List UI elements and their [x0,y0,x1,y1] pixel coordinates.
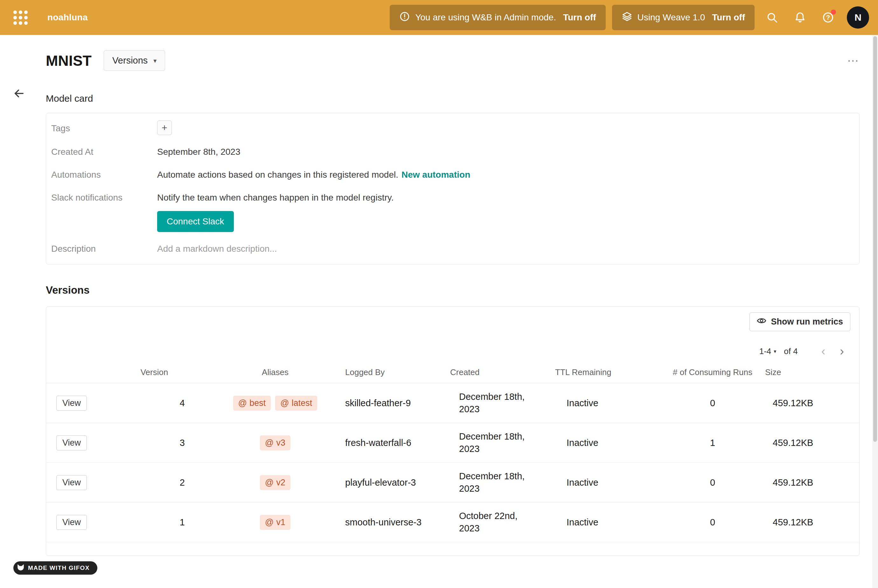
eye-icon [757,316,766,328]
created-cell: December 18th, 2023 [450,423,555,463]
versions-panel: Show run metrics 1-4 ▾ of 4 ‹ › Version … [46,306,860,556]
description-row: Description Add a markdown description..… [46,237,859,260]
more-options-icon[interactable]: ⋯ [847,54,860,68]
previous-page-icon[interactable]: ‹ [821,345,825,357]
chevron-down-icon: ▾ [774,348,776,354]
header-consuming-runs: # of Consuming Runs [660,362,765,383]
created-cell: December 18th, 2023 [450,383,555,423]
header-logged-by: Logged By [345,362,450,383]
version-cell: 1 [104,502,205,542]
header-ttl: TTL Remaining [555,362,660,383]
show-run-metrics-button[interactable]: Show run metrics [749,312,850,331]
created-at-row: Created At September 8th, 2023 [46,141,859,164]
page-range-dropdown[interactable]: 1-4 ▾ [759,346,777,356]
page-header: MNIST Versions ▾ ⋯ [46,35,860,71]
header-size: Size [765,362,859,383]
add-tag-button[interactable]: + [157,120,172,135]
view-button[interactable]: View [56,515,87,530]
created-at-label: Created At [51,146,157,158]
help-icon[interactable]: ? [818,7,839,28]
model-card-panel: Tags + Created At September 8th, 2023 Au… [46,113,860,264]
gifox-watermark: MADE WITH GIFOX [14,561,97,574]
notifications-bell-icon[interactable] [789,7,810,28]
versions-section-title: Versions [46,284,860,296]
description-placeholder[interactable]: Add a markdown description... [157,243,277,255]
ttl-cell: Inactive [555,423,660,463]
back-arrow-icon[interactable] [11,85,27,102]
logged-by-cell: skilled-feather-9 [345,383,450,423]
aliases-cell: @v3 [205,423,345,463]
fox-icon [17,563,25,573]
page-range-label: 1-4 [759,346,771,356]
chevron-down-icon: ▾ [153,57,156,64]
created-cell: December 18th, 2023 [450,463,555,502]
connect-slack-button[interactable]: Connect Slack [157,211,234,232]
alias-label: v2 [276,478,285,488]
admin-banner-text: You are using W&B in Admin mode. [415,12,556,22]
consuming-runs-cell: 0 [660,383,765,423]
view-button[interactable]: View [56,435,87,450]
search-icon[interactable] [762,7,783,28]
header-version: Version [104,362,205,383]
size-cell: 459.12KB [765,502,859,542]
automations-label: Automations [51,169,157,181]
pagination: 1-4 ▾ of 4 ‹ › [46,345,859,357]
table-row: View 2 @v2 playful-elevator-3 December 1… [46,463,859,502]
size-cell: 459.12KB [765,383,859,423]
layers-icon [622,11,632,24]
ttl-cell: Inactive [555,463,660,502]
scrollbar-track [872,35,878,588]
at-icon: @ [265,478,274,488]
admin-turn-off-button[interactable]: Turn off [563,12,596,22]
created-cell: October 22nd, 2023 [450,502,555,542]
svg-text:?: ? [826,14,830,21]
automations-row: Automations Automate actions based on ch… [46,164,859,186]
ttl-cell: Inactive [555,502,660,542]
wandb-logo[interactable] [14,10,28,25]
at-icon: @ [265,518,274,527]
table-row: View 4 @best@latest skilled-feather-9 De… [46,383,859,423]
tags-row: Tags + [46,117,859,141]
alias-label: latest [292,398,313,408]
version-cell: 3 [104,423,205,463]
versions-table: Version Aliases Logged By Created TTL Re… [46,362,859,542]
versions-dropdown-label: Versions [112,55,147,66]
view-button[interactable]: View [56,396,87,411]
weave-turn-off-button[interactable]: Turn off [712,12,745,22]
consuming-runs-cell: 0 [660,463,765,502]
notification-dot [831,9,836,15]
logged-by-cell: fresh-waterfall-6 [345,423,450,463]
alias-label: v1 [276,518,285,527]
admin-mode-banner: You are using W&B in Admin mode. Turn of… [390,5,605,30]
aliases-cell: @v2 [205,463,345,502]
slack-notifications-label: Slack notifications [51,192,157,232]
at-icon: @ [265,438,274,448]
user-avatar[interactable]: N [847,6,869,28]
alert-circle-icon [399,11,410,24]
weave-banner: Using Weave 1.0 Turn off [612,5,755,30]
consuming-runs-cell: 1 [660,423,765,463]
aliases-cell: @v1 [205,502,345,542]
gifox-label: MADE WITH GIFOX [28,564,90,572]
scrollbar-thumb[interactable] [873,36,877,442]
page-total-label: of 4 [784,346,798,356]
ttl-cell: Inactive [555,383,660,423]
username-breadcrumb[interactable]: noahluna [47,12,88,22]
aliases-cell: @best@latest [205,383,345,423]
show-run-metrics-label: Show run metrics [771,317,843,327]
alias-badge: @v3 [260,435,290,450]
alias-label: best [250,398,266,408]
main-content: MNIST Versions ▾ ⋯ Model card Tags + Cre… [0,35,878,556]
version-cell: 2 [104,463,205,502]
new-automation-link[interactable]: New automation [401,170,470,180]
view-button[interactable]: View [56,475,87,490]
slack-notifications-text: Notify the team when changes happen in t… [157,192,394,204]
table-header-row: Version Aliases Logged By Created TTL Re… [46,362,859,383]
tags-label: Tags [51,122,157,135]
table-row: View 3 @v3 fresh-waterfall-6 December 18… [46,423,859,463]
next-page-icon[interactable]: › [840,345,844,357]
alias-label: v3 [276,438,285,448]
weave-banner-text: Using Weave 1.0 [637,12,705,22]
versions-dropdown[interactable]: Versions ▾ [104,50,165,71]
alias-badge: @latest [275,396,317,411]
